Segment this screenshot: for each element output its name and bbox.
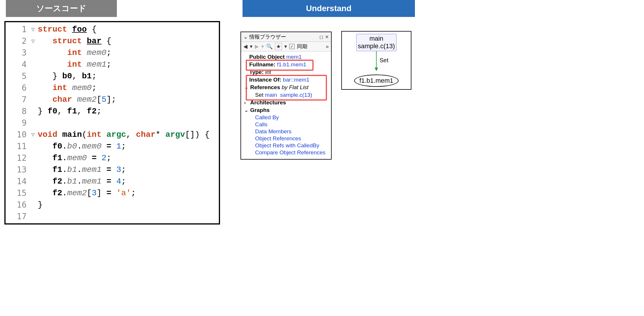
info-architectures[interactable]: › Architectures (242, 99, 330, 106)
code-text: f1.mem0 = 2; (28, 153, 111, 163)
graph-target-node[interactable]: f1.b1.mem1 (354, 75, 399, 87)
forward-menu-icon: ▾ (261, 43, 264, 50)
graph-target-label: f1.b1.mem1 (359, 77, 393, 84)
line-number: 11 (6, 141, 28, 151)
graph-list-item[interactable]: Calls (242, 121, 330, 128)
source-code-panel: 1▽struct foo {2▽ struct bar {3 int mem0;… (4, 21, 220, 225)
line-number: 1▽ (6, 25, 28, 34)
code-line[interactable]: 8} f0, f1, f2; (6, 105, 219, 117)
line-number: 3 (6, 48, 28, 58)
code-text: struct foo { (28, 25, 97, 34)
graph-list-item[interactable]: Compare Object References (242, 149, 330, 156)
references-mode: by Flat List (282, 84, 309, 90)
line-number: 12 (6, 153, 28, 163)
code-line[interactable]: 17 (6, 210, 219, 222)
line-number: 13 (6, 165, 28, 175)
code-line[interactable]: 12 f1.mem0 = 2; (6, 152, 219, 164)
svg-marker-1 (375, 68, 378, 71)
code-text: int mem1; (28, 60, 111, 69)
code-line[interactable]: 7 char mem2[5]; (6, 94, 219, 105)
code-text: int mem0; (28, 48, 111, 57)
code-text: } b0, b1; (28, 72, 97, 81)
code-text: f0.b0.mem0 = 1; (28, 142, 126, 151)
reference-func[interactable]: main (265, 92, 277, 98)
fold-icon[interactable]: ▽ (31, 37, 35, 44)
references-label: References (250, 84, 280, 90)
info-browser-title: 情報ブラウザー (249, 34, 286, 40)
line-number: 4 (6, 60, 28, 69)
sync-checkbox[interactable]: ✓ (289, 44, 295, 49)
code-line[interactable]: 1▽struct foo { (6, 23, 219, 35)
fold-icon[interactable]: ▽ (31, 131, 35, 138)
code-line[interactable]: 15 f2.mem2[3] = 'a'; (6, 187, 219, 199)
code-text: int mem0; (28, 83, 97, 92)
graph-list-item[interactable]: Object Refs with CalledBy (242, 142, 330, 149)
code-line[interactable]: 4 int mem1; (6, 58, 219, 70)
code-text: f2.mem2[3] = 'a'; (28, 189, 136, 198)
graph-list-item[interactable]: Object References (242, 135, 330, 142)
code-text: char mem2[5]; (28, 95, 116, 104)
type-label: Type (249, 69, 262, 75)
code-text: } f0, f1, f2; (28, 107, 102, 116)
line-number: 8 (6, 106, 28, 116)
info-references[interactable]: ⌄ References by Flat List (242, 84, 330, 91)
code-line[interactable]: 11 f0.b0.mem0 = 1; (6, 140, 219, 152)
info-instanceof: Instance Of: bar::mem1 (242, 76, 330, 84)
tree-expanded-icon[interactable]: ⌄ (244, 84, 249, 91)
graphs-label: Graphs (250, 107, 270, 113)
fold-icon[interactable]: ▽ (31, 26, 35, 33)
public-object-value[interactable]: mem1 (286, 54, 302, 60)
info-browser-toolbar: ◀ ▾ ▶ ▾ 🔍 ★ ▾ ✓ 同期 » (241, 42, 331, 51)
info-public-object: Public Object mem1 (242, 53, 330, 61)
graph-list-item[interactable]: Data Members (242, 128, 330, 135)
star-menu-icon[interactable]: ▾ (284, 43, 287, 50)
fullname-value[interactable]: f1.b1.mem1 (277, 61, 306, 68)
forward-icon: ▶ (255, 43, 259, 50)
line-number: 16 (6, 200, 28, 210)
graph-caller-location: sample.c(13) (358, 42, 395, 50)
code-line[interactable]: 16} (6, 199, 219, 210)
back-menu-icon[interactable]: ▾ (250, 43, 252, 50)
graph-list-item[interactable]: Called By (242, 114, 330, 121)
code-text: f2.b1.mem1 = 4; (28, 177, 126, 186)
line-number: 14 (6, 177, 28, 186)
search-icon[interactable]: 🔍 (266, 43, 273, 50)
reference-kind: Set (255, 92, 264, 98)
instanceof-value[interactable]: bar::mem1 (283, 77, 309, 83)
chevron-down-icon[interactable]: ⌄ (243, 34, 248, 40)
code-line[interactable]: 14 f2.b1.mem1 = 4; (6, 175, 219, 187)
undock-icon[interactable]: ◻ (319, 34, 323, 40)
star-icon[interactable]: ★ (275, 43, 282, 50)
header-source-code: ソースコード (6, 0, 117, 17)
code-line[interactable]: 13 f1.b1.mem1 = 3; (6, 164, 219, 175)
code-line[interactable]: 9 (6, 117, 219, 129)
graph-panel: main sample.c(13) Set f1.b1.mem1 (341, 31, 411, 90)
header-understand: Understand (243, 0, 415, 17)
info-browser-titlebar: ⌄ 情報ブラウザー ◻ ✕ (241, 32, 331, 42)
instanceof-label: Instance Of (249, 77, 279, 83)
code-line[interactable]: 10▽void main(int argc, char* argv[]) { (6, 129, 219, 140)
close-icon[interactable]: ✕ (325, 34, 329, 40)
info-type: Type: int (242, 68, 330, 76)
line-number: 10▽ (6, 130, 28, 139)
graph-edge-label: Set (380, 57, 388, 64)
code-line[interactable]: 3 int mem0; (6, 47, 219, 58)
code-line[interactable]: 6 int mem0; (6, 82, 219, 94)
code-line[interactable]: 2▽ struct bar { (6, 35, 219, 47)
code-text: void main(int argc, char* argv[]) { (28, 130, 210, 139)
info-graphs[interactable]: ⌄ Graphs (242, 106, 330, 114)
reference-location[interactable]: sample.c(13) (280, 92, 312, 98)
more-icon[interactable]: » (326, 44, 329, 50)
tree-collapsed-icon[interactable]: › (244, 99, 249, 106)
line-number: 6 (6, 83, 28, 93)
info-reference-item[interactable]: Set main sample.c(13) (242, 91, 330, 99)
code-text: } (28, 200, 43, 209)
tree-expanded-icon[interactable]: ⌄ (244, 107, 249, 114)
back-icon[interactable]: ◀ (243, 43, 247, 50)
code-line[interactable]: 5 } b0, b1; (6, 70, 219, 82)
type-value: int (265, 69, 271, 75)
graph-caller-node[interactable]: main sample.c(13) (356, 34, 396, 51)
line-number: 17 (6, 212, 28, 221)
architectures-label: Architectures (250, 99, 286, 106)
line-number: 5 (6, 71, 28, 81)
